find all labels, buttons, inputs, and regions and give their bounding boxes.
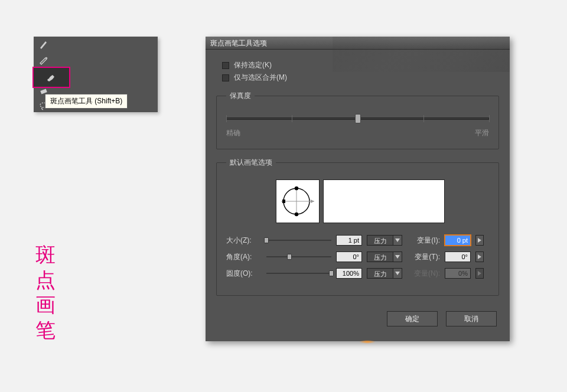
svg-point-7 — [295, 213, 298, 216]
svg-marker-14 — [478, 271, 481, 276]
pencil-tool[interactable] — [35, 52, 53, 67]
size-var-value[interactable]: 0 pt — [445, 235, 471, 246]
fidelity-left-label: 精确 — [226, 128, 240, 138]
angle-label: 角度(A): — [226, 252, 262, 262]
chevron-down-icon — [393, 235, 402, 246]
angle-mode-combo[interactable]: 压力 — [367, 251, 402, 262]
fidelity-slider[interactable] — [226, 112, 489, 126]
svg-marker-10 — [478, 238, 481, 243]
fidelity-group: 保真度 精确 平滑 — [216, 91, 499, 149]
tool-tooltip: 斑点画笔工具 (Shift+B) — [45, 94, 128, 109]
checkbox-icon — [222, 74, 229, 81]
defaults-legend: 默认画笔选项 — [226, 158, 276, 168]
size-slider[interactable] — [266, 236, 331, 244]
size-label: 大小(Z): — [226, 236, 262, 246]
roundness-row: 圆度(O): 100% 压力 变量(N): 0% — [226, 268, 489, 279]
svg-marker-11 — [395, 255, 400, 259]
chevron-down-icon — [393, 251, 402, 262]
chevron-down-icon — [393, 268, 402, 279]
blob-brush-options-dialog: 斑点画笔工具选项 保持选定(K) 仅与选区合并(M) 保真度 精确 — [206, 37, 510, 341]
svg-marker-9 — [395, 239, 400, 242]
angle-var-stepper[interactable] — [475, 251, 484, 262]
svg-rect-8 — [282, 200, 285, 203]
angle-var-value[interactable]: 0° — [445, 251, 471, 262]
svg-marker-12 — [478, 254, 481, 259]
roundness-value[interactable]: 100% — [336, 268, 362, 279]
angle-var-label: 变量(T): — [407, 252, 440, 262]
chevron-right-icon — [475, 235, 484, 246]
roundness-label: 圆度(O): — [226, 269, 262, 279]
angle-slider[interactable] — [266, 253, 331, 261]
merge-selection-checkbox[interactable]: 仅与选区合并(M) — [222, 73, 499, 83]
page-heading: 斑 点 画 笔 — [35, 242, 58, 342]
size-mode-combo[interactable]: 压力 — [367, 235, 402, 246]
angle-value[interactable]: 0° — [336, 251, 362, 262]
size-var-stepper[interactable] — [475, 235, 484, 246]
svg-marker-5 — [311, 200, 314, 203]
checkbox-label: 保持选定(K) — [234, 60, 272, 70]
svg-point-6 — [295, 187, 298, 190]
brush-stroke-preview — [323, 179, 445, 223]
default-brush-group: 默认画笔选项 大小(Z): — [216, 158, 499, 296]
ok-button[interactable]: 确定 — [387, 311, 438, 326]
roundness-slider[interactable] — [266, 269, 331, 277]
size-value[interactable]: 1 pt — [336, 235, 362, 246]
brush-preview-row — [276, 179, 489, 223]
checkbox-label: 仅与选区合并(M) — [234, 73, 287, 83]
keep-selected-checkbox[interactable]: 保持选定(K) — [222, 60, 499, 70]
fidelity-right-label: 平滑 — [475, 128, 489, 138]
cancel-button[interactable]: 取消 — [446, 311, 497, 326]
roundness-var-label: 变量(N): — [407, 269, 440, 279]
svg-marker-13 — [395, 272, 400, 275]
brush-angle-preview[interactable] — [276, 179, 320, 223]
fidelity-legend: 保真度 — [226, 91, 255, 101]
roundness-mode-combo[interactable]: 压力 — [367, 268, 402, 279]
chevron-right-icon — [475, 251, 484, 262]
roundness-var-stepper — [475, 268, 484, 279]
dialog-titlebar[interactable]: 斑点画笔工具选项 — [206, 37, 510, 50]
checkbox-icon — [222, 62, 229, 69]
size-var-label: 变量(I): — [407, 236, 440, 246]
angle-row: 角度(A): 0° 压力 变量(T): 0° — [226, 251, 489, 262]
roundness-var-value: 0% — [445, 268, 471, 279]
fidelity-thumb[interactable] — [355, 114, 361, 123]
blob-brush-tool[interactable] — [34, 68, 69, 87]
chevron-right-icon — [475, 268, 484, 279]
size-row: 大小(Z): 1 pt 压力 变量(I): 0 pt — [226, 235, 489, 246]
paintbrush-tool[interactable] — [35, 37, 53, 52]
